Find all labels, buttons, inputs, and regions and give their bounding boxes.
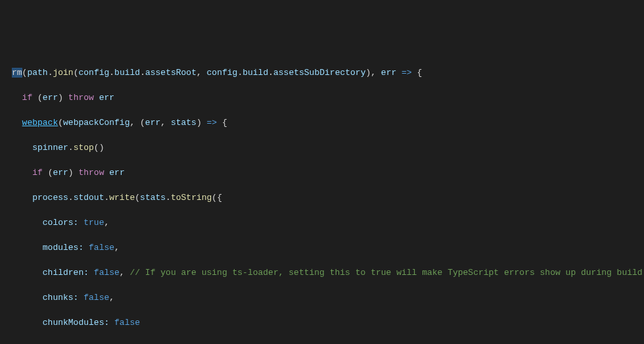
code-line: webpack(webpackConfig, (err, stats) => { bbox=[0, 116, 644, 129]
code-line: modules: false, bbox=[0, 241, 644, 254]
code-line: rm(path.join(config.build.assetsRoot, co… bbox=[0, 66, 644, 79]
code-line: if (err) throw err bbox=[0, 91, 644, 104]
code-line: if (err) throw err bbox=[0, 166, 644, 179]
code-line: children: false, // If you are using ts-… bbox=[0, 266, 644, 279]
code-line: chunks: false, bbox=[0, 291, 644, 304]
code-line: colors: true, bbox=[0, 216, 644, 229]
code-line: }) + '\n\n') bbox=[0, 341, 644, 344]
code-line: process.stdout.write(stats.toString({ bbox=[0, 191, 644, 204]
code-line: chunkModules: false bbox=[0, 316, 644, 329]
code-line: spinner.stop() bbox=[0, 141, 644, 154]
code-editor[interactable]: rm(path.join(config.build.assetsRoot, co… bbox=[0, 54, 644, 344]
